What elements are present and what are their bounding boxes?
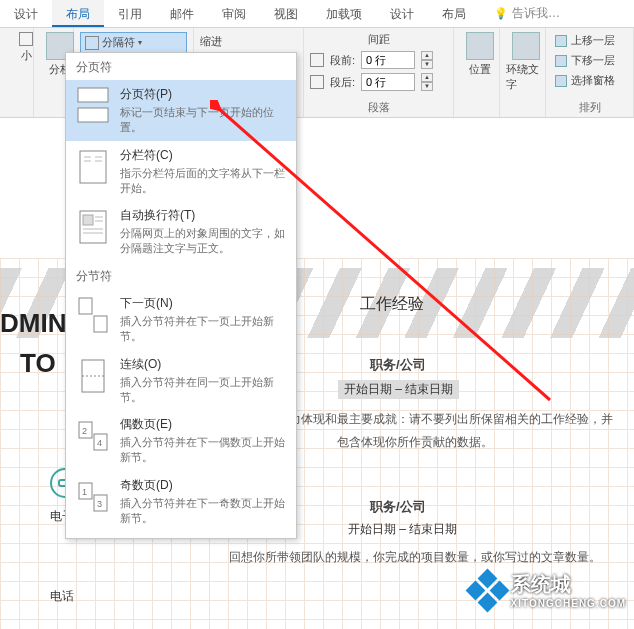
breaks-dropdown-button[interactable]: 分隔符 ▾ — [80, 32, 187, 53]
tab-design[interactable]: 设计 — [0, 0, 52, 27]
text-wrapping-desc: 分隔网页上的对象周围的文字，如分隔题注文字与正文。 — [120, 226, 286, 256]
wrap-label: 环绕文字 — [506, 62, 546, 92]
chevron-down-icon: ▾ — [138, 38, 142, 47]
selection-pane-label: 选择窗格 — [571, 73, 615, 88]
breaks-dropdown-menu: 分页符 分页符(P)标记一页结束与下一页开始的位置。 分栏符(C)指示分栏符后面… — [65, 52, 297, 539]
indent-label: 缩进 — [200, 34, 297, 49]
continuous-title: 连续(O) — [120, 356, 286, 373]
svg-rect-2 — [80, 151, 106, 183]
watermark: 系统城 XITONGCHENG.COM — [472, 571, 626, 609]
page-breaks-header: 分页符 — [66, 53, 296, 80]
size-icon — [19, 32, 33, 46]
svg-rect-1 — [78, 108, 108, 122]
paragraph-group-label: 段落 — [304, 100, 453, 115]
svg-rect-8 — [83, 215, 93, 225]
odd-page-desc: 插入分节符并在下一奇数页上开始新节。 — [120, 496, 286, 526]
column-break-title: 分栏符(C) — [120, 147, 286, 164]
menu-item-page-break[interactable]: 分页符(P)标记一页结束与下一页开始的位置。 — [66, 80, 296, 141]
menu-item-next-page[interactable]: 下一页(N)插入分节符并在下一页上开始新节。 — [66, 289, 296, 350]
job-title-1: 职务/公司 — [370, 356, 426, 374]
after-icon — [310, 75, 324, 89]
breaks-label: 分隔符 — [102, 35, 135, 50]
name-fragment-2: TO — [20, 348, 56, 379]
position-icon — [466, 32, 494, 60]
menu-item-odd-page[interactable]: 13 奇数页(D)插入分节符并在下一奇数页上开始新节。 — [66, 471, 296, 532]
menu-item-column-break[interactable]: 分栏符(C)指示分栏符后面的文字将从下一栏开始。 — [66, 141, 296, 202]
wrap-icon — [512, 32, 540, 60]
arrange-group-label: 排列 — [546, 100, 633, 115]
next-page-title: 下一页(N) — [120, 295, 286, 312]
spacing-label: 间距 — [310, 32, 447, 47]
svg-text:3: 3 — [97, 499, 102, 509]
after-label: 段后: — [330, 75, 355, 90]
section-heading-experience: 工作经验 — [360, 294, 424, 315]
svg-text:1: 1 — [82, 487, 87, 497]
position-button[interactable]: 位置 — [460, 32, 500, 77]
name-fragment-1: DMIN — [0, 308, 66, 339]
tell-me-label: 告诉我… — [512, 5, 560, 22]
before-icon — [310, 53, 324, 67]
tab-layout[interactable]: 布局 — [52, 0, 104, 27]
watermark-url: XITONGCHENG.COM — [511, 598, 626, 609]
send-backward-icon — [555, 55, 567, 67]
tab-layout-2[interactable]: 布局 — [428, 0, 480, 27]
breaks-icon — [85, 36, 99, 50]
page-break-desc: 标记一页结束与下一页开始的位置。 — [120, 105, 286, 135]
tab-design-2[interactable]: 设计 — [376, 0, 428, 27]
tab-addins[interactable]: 加载项 — [312, 0, 376, 27]
send-backward-label: 下移一层 — [571, 53, 615, 68]
even-page-icon: 24 — [76, 416, 110, 456]
spacing-after-input[interactable] — [361, 73, 415, 91]
page-break-title: 分页符(P) — [120, 86, 286, 103]
continuous-icon — [76, 356, 110, 396]
svg-text:4: 4 — [97, 438, 102, 448]
bring-forward-icon — [555, 35, 567, 47]
svg-rect-14 — [94, 316, 107, 332]
next-page-icon — [76, 295, 110, 335]
odd-page-icon: 13 — [76, 477, 110, 517]
column-break-icon — [76, 147, 110, 187]
even-page-title: 偶数页(E) — [120, 416, 286, 433]
job-title-2: 职务/公司 — [370, 498, 426, 516]
ribbon-tabs: 设计 布局 引用 邮件 审阅 视图 加载项 设计 布局 💡 告诉我… — [0, 0, 634, 28]
before-label: 段前: — [330, 53, 355, 68]
phone-label: 电话 — [50, 588, 74, 605]
svg-rect-13 — [79, 298, 92, 314]
even-page-desc: 插入分节符并在下一偶数页上开始新节。 — [120, 435, 286, 465]
tab-mailings[interactable]: 邮件 — [156, 0, 208, 27]
date-range-1: 开始日期 – 结束日期 — [338, 380, 459, 399]
page-break-icon — [76, 86, 110, 126]
after-spinner[interactable]: ▲▼ — [421, 73, 433, 91]
menu-item-even-page[interactable]: 24 偶数页(E)插入分节符并在下一偶数页上开始新节。 — [66, 410, 296, 471]
odd-page-title: 奇数页(D) — [120, 477, 286, 494]
before-spinner[interactable]: ▲▼ — [421, 51, 433, 69]
continuous-desc: 插入分节符并在同一页上开始新节。 — [120, 375, 286, 405]
watermark-logo-icon — [465, 568, 509, 612]
lightbulb-icon: 💡 — [494, 7, 508, 20]
send-backward-button[interactable]: 下移一层 — [552, 52, 627, 69]
wrap-text-button[interactable]: 环绕文字 — [506, 32, 546, 92]
column-break-desc: 指示分栏符后面的文字将从下一栏开始。 — [120, 166, 286, 196]
tab-view[interactable]: 视图 — [260, 0, 312, 27]
size-label: 小 — [21, 48, 32, 63]
next-page-desc: 插入分节符并在下一页上开始新节。 — [120, 314, 286, 344]
menu-item-text-wrapping[interactable]: 自动换行符(T)分隔网页上的对象周围的文字，如分隔题注文字与正文。 — [66, 201, 296, 262]
date-range-2: 开始日期 – 结束日期 — [348, 521, 457, 538]
tell-me[interactable]: 💡 告诉我… — [480, 0, 574, 27]
watermark-brand: 系统城 — [511, 573, 571, 595]
svg-text:2: 2 — [82, 426, 87, 436]
svg-rect-15 — [82, 360, 104, 392]
text-wrapping-title: 自动换行符(T) — [120, 207, 286, 224]
bring-forward-label: 上移一层 — [571, 33, 615, 48]
spacing-before-input[interactable] — [361, 51, 415, 69]
menu-item-continuous[interactable]: 连续(O)插入分节符并在同一页上开始新节。 — [66, 350, 296, 411]
position-label: 位置 — [469, 62, 491, 77]
job-desc-2: 回想你所带领团队的规模，你完成的项目数量，或你写过的文章数量。 — [215, 546, 615, 569]
selection-pane-button[interactable]: 选择窗格 — [552, 72, 627, 89]
svg-rect-0 — [78, 88, 108, 102]
selection-pane-icon — [555, 75, 567, 87]
bring-forward-button[interactable]: 上移一层 — [552, 32, 627, 49]
text-wrapping-icon — [76, 207, 110, 247]
tab-review[interactable]: 审阅 — [208, 0, 260, 27]
tab-references[interactable]: 引用 — [104, 0, 156, 27]
